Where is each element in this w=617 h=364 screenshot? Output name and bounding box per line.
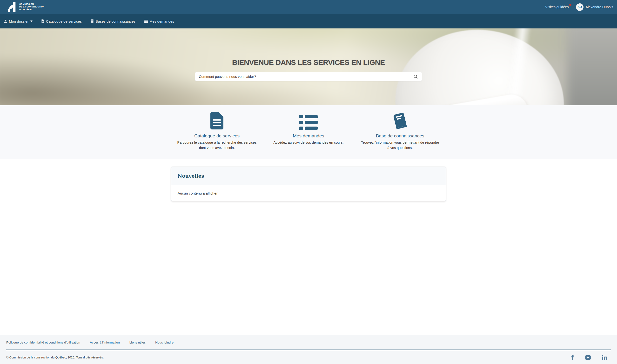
card-description: Parcourez le catalogue à la recherche de… <box>177 140 257 151</box>
nav-item-mon-dossier[interactable]: Mon dossier <box>4 19 33 23</box>
ccq-logo-text: COMMISSION DE LA CONSTRUCTION DU QUÉBEC <box>19 3 44 11</box>
footer-link-nous-joindre[interactable]: Nous joindre <box>155 341 174 344</box>
list-icon <box>299 115 318 130</box>
footer-links: Politique de confidentialité et conditio… <box>6 341 611 344</box>
facebook-icon <box>571 355 574 360</box>
visites-guidees-label: Visites guidées <box>545 5 568 9</box>
news-panel: Nouvelles Aucun contenu à afficher <box>171 167 446 201</box>
card-icon-link[interactable] <box>299 111 318 130</box>
footer-link-acces-information[interactable]: Accès à l'information <box>90 341 120 344</box>
linkedin-link[interactable] <box>602 355 607 360</box>
linkedin-icon <box>602 355 607 360</box>
card-mes-demandes: Mes demandes Accédez au suivi de vos dem… <box>263 111 354 151</box>
book-icon <box>90 19 94 23</box>
news-panel-body: Aucun contenu à afficher <box>171 185 446 201</box>
footer-divider <box>6 350 611 350</box>
page-title: BIENVENUE DANS LES SERVICES EN LIGNE <box>232 58 385 66</box>
quick-links-band: Catalogue de services Parcourez le catal… <box>0 105 617 159</box>
file-icon <box>41 19 44 23</box>
visites-guidees-link[interactable]: Visites guidées <box>545 5 568 9</box>
logo-line-1: COMMISSION <box>19 3 44 6</box>
social-links <box>571 355 611 360</box>
logo-line-2: DE LA CONSTRUCTION <box>19 6 44 8</box>
header-right: Visites guidées AD Alexandre Dubois <box>545 3 613 11</box>
magnifier-icon <box>414 75 418 79</box>
file-text-icon <box>209 112 224 130</box>
card-description: Accédez au suivi de vos demandes en cour… <box>273 140 344 145</box>
quick-links: Catalogue de services Parcourez le catal… <box>171 111 446 151</box>
hero-search <box>195 72 422 81</box>
news-empty-message: Aucun contenu à afficher <box>178 191 218 195</box>
hero-content: BIENVENUE DANS LES SERVICES EN LIGNE <box>0 28 617 105</box>
news-panel-header: Nouvelles <box>171 167 446 185</box>
main-nav: Mon dossier Catalogue de services Bases … <box>0 14 617 28</box>
youtube-icon <box>585 355 591 360</box>
search-button[interactable] <box>412 72 420 81</box>
chevron-down-icon <box>30 21 33 22</box>
search-input[interactable] <box>195 72 422 81</box>
youtube-link[interactable] <box>585 355 591 360</box>
footer-bottom: © Commission de la construction du Québe… <box>6 355 611 360</box>
avatar: AD <box>576 3 583 11</box>
card-catalogue-de-services: Catalogue de services Parcourez le catal… <box>171 111 263 151</box>
nav-label: Catalogue de services <box>46 19 82 23</box>
footer-link-politique[interactable]: Politique de confidentialité et conditio… <box>6 341 80 344</box>
card-icon-link[interactable] <box>392 111 409 130</box>
user-name: Alexandre Dubois <box>586 5 613 9</box>
footer: Politique de confidentialité et conditio… <box>0 335 617 364</box>
logo-line-3: DU QUÉBEC <box>19 8 44 11</box>
ccq-logo-icon <box>7 1 17 13</box>
nav-label: Mon dossier <box>9 19 29 23</box>
copyright-text: © Commission de la construction du Québe… <box>6 356 104 359</box>
card-title-link[interactable]: Catalogue de services <box>194 133 240 139</box>
card-title-link[interactable]: Mes demandes <box>293 133 324 139</box>
nav-item-catalogue[interactable]: Catalogue de services <box>41 19 82 23</box>
card-icon-link[interactable] <box>209 111 224 130</box>
main-content: Nouvelles Aucun contenu à afficher <box>0 159 617 335</box>
nav-label: Bases de connaissances <box>95 19 135 23</box>
card-base-de-connaissances: Base de connaissances Trouvez l'informat… <box>354 111 446 151</box>
top-header: COMMISSION DE LA CONSTRUCTION DU QUÉBEC … <box>0 0 617 14</box>
notification-dot <box>569 4 571 6</box>
card-description: Trouvez l'information vous permettant de… <box>360 140 440 151</box>
hero-banner: BIENVENUE DANS LES SERVICES EN LIGNE <box>0 28 617 105</box>
nav-item-bases-de-connaissances[interactable]: Bases de connaissances <box>90 19 135 23</box>
nav-item-mes-demandes[interactable]: Mes demandes <box>144 19 174 23</box>
book-icon <box>392 112 409 130</box>
facebook-link[interactable] <box>571 355 574 360</box>
user-menu[interactable]: AD Alexandre Dubois <box>576 3 613 11</box>
card-title-link[interactable]: Base de connaissances <box>376 133 424 139</box>
ccq-logo[interactable]: COMMISSION DE LA CONSTRUCTION DU QUÉBEC <box>7 1 44 13</box>
footer-link-liens-utiles[interactable]: Liens utiles <box>129 341 146 344</box>
user-icon <box>4 20 7 23</box>
list-icon <box>144 20 148 23</box>
news-title: Nouvelles <box>178 173 439 179</box>
nav-label: Mes demandes <box>149 19 174 23</box>
services-en-ligne-page: COMMISSION DE LA CONSTRUCTION DU QUÉBEC … <box>0 0 617 364</box>
